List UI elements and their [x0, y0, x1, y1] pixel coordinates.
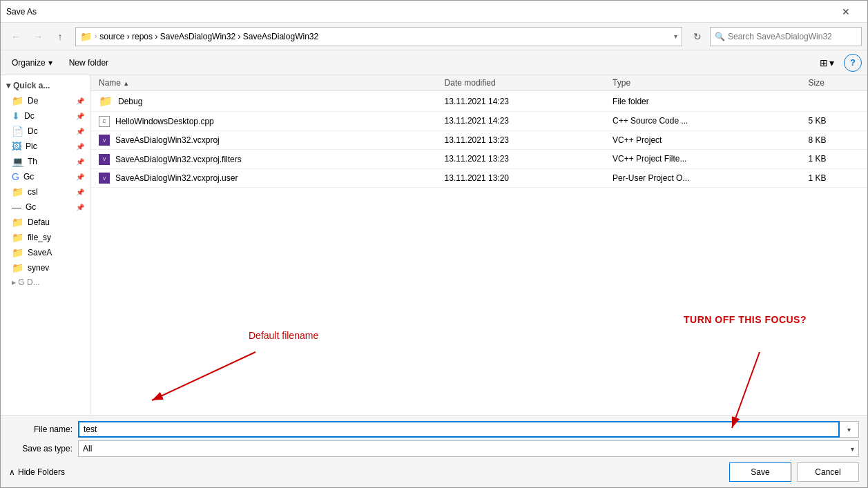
view-icon: ⊞ [820, 57, 828, 68]
nav-toolbar: ← → ↑ 📁 › source › repos › SaveAsDialogW… [1, 23, 867, 50]
table-row[interactable]: V SaveAsDialogWin32.vcxproj.user 13.11.2… [90, 168, 867, 188]
refresh-button[interactable]: ↻ [688, 27, 707, 46]
file-size-cell: 5 KB [802, 112, 867, 131]
view-button[interactable]: ⊞ ▾ [816, 55, 838, 71]
vcxproj-icon: V [99, 135, 110, 146]
file-size-cell: 1 KB [802, 150, 867, 169]
table-row[interactable]: V SaveAsDialogWin32.vcxproj.filters 13.1… [90, 150, 867, 169]
save-button[interactable]: Save [729, 462, 791, 482]
pin-icon: 📌 [76, 97, 84, 105]
chevron-down-icon: ▾ [6, 81, 10, 90]
pin-icon: 📌 [76, 204, 84, 211]
file-name-text: SaveAsDialogWin32.vcxproj.user [115, 173, 238, 183]
vcxuser-icon: V [99, 173, 110, 184]
close-button[interactable]: ✕ [830, 1, 862, 23]
hide-folders-label: Hide Folders [18, 467, 65, 477]
savetype-value: All [83, 444, 92, 453]
search-icon: 🔍 [715, 32, 725, 41]
address-dropdown-arrow[interactable]: ▾ [674, 32, 677, 40]
folder-icon: 📁 [12, 232, 23, 243]
filename-input[interactable] [78, 421, 840, 438]
pin-icon: 📌 [76, 113, 84, 120]
sidebar-item-docs[interactable]: 📄 Dc 📌 [1, 124, 90, 139]
file-name-cell: V SaveAsDialogWin32.vcxproj [90, 130, 439, 150]
sidebar-item-savea[interactable]: 📁 SaveA [1, 245, 90, 260]
search-box[interactable]: 🔍 [710, 27, 862, 46]
table-row[interactable]: V SaveAsDialogWin32.vcxproj 13.11.2021 1… [90, 130, 867, 150]
search-input[interactable] [728, 32, 857, 41]
sidebar-item-desktop[interactable]: 📁 De 📌 [1, 93, 90, 108]
sidebar-item-pictures[interactable]: 🖼 Pic 📌 [1, 139, 90, 154]
sidebar-item-csl[interactable]: 📁 csl 📌 [1, 184, 90, 199]
sidebar-item-synev[interactable]: 📁 synev [1, 260, 90, 275]
filename-dropdown-arrow[interactable]: ▾ [840, 421, 859, 438]
address-chevron: › [95, 32, 97, 40]
col-name-header[interactable]: Name [90, 75, 439, 91]
cancel-button[interactable]: Cancel [797, 462, 859, 482]
savetype-label: Save as type: [9, 444, 78, 453]
folder-icon: 📁 [12, 217, 23, 228]
savetype-dropdown-arrow: ▾ [851, 445, 854, 453]
file-type-cell: File folder [607, 91, 802, 112]
file-type-cell: Per-User Project O... [607, 168, 802, 188]
file-name-text: SaveAsDialogWin32.vcxproj.filters [115, 155, 242, 164]
address-bar[interactable]: 📁 › source › repos › SaveAsDialogWin32 ›… [75, 27, 682, 46]
col-size-header[interactable]: Size [802, 75, 867, 91]
file-name-cell: V SaveAsDialogWin32.vcxproj.filters [90, 150, 439, 169]
hide-folders-chevron: ∧ [9, 467, 15, 477]
file-type-cell: VC++ Project [607, 130, 802, 150]
file-date-cell: 13.11.2021 13:23 [439, 130, 607, 150]
forward-button[interactable]: → [28, 27, 48, 46]
pictures-icon: 🖼 [12, 141, 21, 152]
table-row[interactable]: C HelloWindowsDesktop.cpp 13.11.2021 14:… [90, 112, 867, 131]
pin-icon: 📌 [76, 128, 84, 135]
sidebar-item-file-sy[interactable]: 📁 file_sy [1, 230, 90, 245]
sidebar-item-more[interactable]: ▸ G D... [1, 275, 90, 289]
col-type-header[interactable]: Type [607, 75, 802, 91]
folder-icon: 📁 [12, 95, 23, 106]
savetype-row: Save as type: All ▾ [9, 440, 859, 457]
google-drive-icon: G [12, 171, 19, 182]
address-folder-icon: 📁 [80, 31, 92, 42]
savetype-input-wrapper: All ▾ [78, 440, 859, 457]
organize-button[interactable]: Organize ▾ [6, 55, 58, 70]
filename-row: File name: ▾ [9, 421, 859, 438]
action-toolbar: Organize ▾ New folder ⊞ ▾ ? [1, 50, 867, 75]
help-button[interactable]: ? [844, 54, 862, 72]
file-name-text: HelloWindowsDesktop.cpp [115, 117, 214, 126]
folder-icon: 📁 [99, 95, 113, 108]
col-date-header[interactable]: Date modified [439, 75, 607, 91]
file-size-cell: 1 KB [802, 168, 867, 188]
file-date-cell: 13.11.2021 14:23 [439, 112, 607, 131]
quick-access-label: Quick a... [13, 81, 50, 90]
organize-arrow-icon: ▾ [48, 58, 52, 68]
savetype-dropdown[interactable]: All ▾ [78, 440, 859, 457]
file-type-cell: VC++ Project Filte... [607, 150, 802, 169]
bottom-panel: File name: ▾ Save as type: All ▾ ∧ Hide … [1, 415, 867, 487]
hide-folders-button[interactable]: ∧ Hide Folders [9, 467, 65, 477]
up-button[interactable]: ↑ [50, 27, 70, 46]
cpp-file-icon: C [99, 116, 110, 127]
file-date-cell: 13.11.2021 13:23 [439, 150, 607, 169]
new-folder-button[interactable]: New folder [64, 55, 114, 70]
sidebar-item-gc2[interactable]: — Gc 📌 [1, 199, 90, 215]
file-type-cell: C++ Source Code ... [607, 112, 802, 131]
sidebar-item-default[interactable]: 📁 Defau [1, 215, 90, 230]
file-name-cell: V SaveAsDialogWin32.vcxproj.user [90, 168, 439, 188]
sidebar: ▾ Quick a... 📁 De 📌 ⬇ Dc 📌 📄 Dc 📌 🖼 Pic [1, 75, 90, 415]
table-row[interactable]: 📁 Debug 13.11.2021 14:23 File folder [90, 91, 867, 112]
sidebar-quick-access-header[interactable]: ▾ Quick a... [1, 78, 90, 93]
organize-label: Organize [12, 58, 46, 68]
file-date-cell: 13.11.2021 14:23 [439, 91, 607, 112]
sidebar-item-downloads[interactable]: ⬇ Dc 📌 [1, 108, 90, 124]
monitor-icon: 💻 [12, 156, 23, 167]
file-name-cell: 📁 Debug [90, 91, 439, 112]
folder-icon: 📁 [12, 247, 23, 258]
file-size-cell: 8 KB [802, 130, 867, 150]
file-name-cell: C HelloWindowsDesktop.cpp [90, 112, 439, 131]
back-button[interactable]: ← [6, 27, 26, 46]
folder-icon: 📁 [12, 186, 23, 197]
sidebar-item-this-pc[interactable]: 💻 Th 📌 [1, 154, 90, 169]
sidebar-item-google1[interactable]: G Gc 📌 [1, 169, 90, 184]
pin-icon: 📌 [76, 173, 84, 181]
